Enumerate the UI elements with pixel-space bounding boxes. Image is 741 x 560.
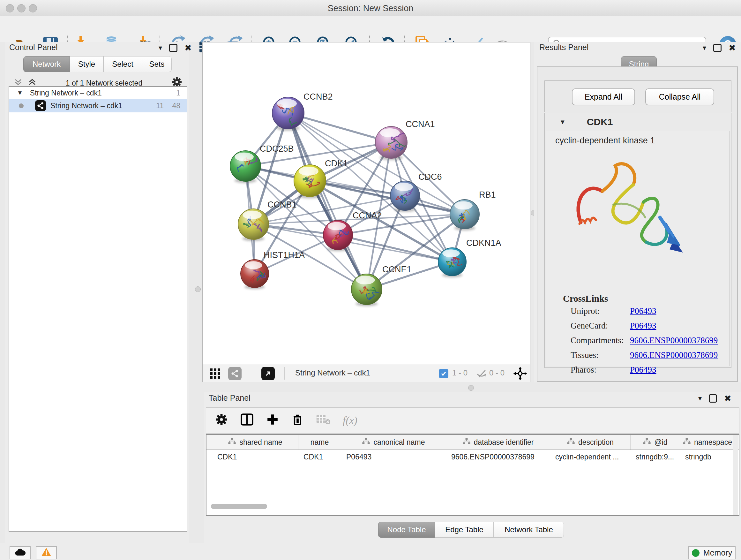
network-node-CCNA1[interactable]: CCNA1 (375, 119, 435, 160)
column-header-shared-name[interactable]: shared name (212, 435, 298, 449)
crosslink-link[interactable]: P06493 (630, 306, 657, 316)
selected-checkbox-icon[interactable] (439, 369, 448, 378)
horizontal-splitter-handle[interactable] (468, 385, 474, 391)
table-vertical-scrollbar[interactable] (733, 435, 738, 515)
protein-structure-image (565, 153, 687, 266)
table-options-gear-icon[interactable] (215, 413, 228, 428)
tab-network-table[interactable]: Network Table (494, 522, 564, 538)
cell-canonical-name[interactable]: P06493 (341, 450, 446, 463)
collection-count: 1 (176, 89, 180, 98)
network-edge-CCNB2-CCNE1[interactable] (288, 113, 367, 289)
tab-style[interactable]: Style (70, 56, 104, 72)
warning-status-button[interactable] (36, 546, 57, 559)
float-panel-icon[interactable] (713, 44, 722, 52)
crosslink-label: Uniprot: (570, 306, 600, 316)
float-panel-icon[interactable] (169, 44, 178, 52)
network-row-selected[interactable]: String Network – cdk1 11 48 (9, 99, 187, 112)
show-columns-icon[interactable] (240, 413, 254, 428)
title-bar: Session: New Session (0, 0, 741, 16)
column-header-name[interactable]: name (298, 435, 341, 449)
crosslink-label: GeneCard: (570, 321, 608, 331)
cell-name[interactable]: CDK1 (298, 450, 341, 463)
network-collection-row[interactable]: ▼ String Network – cdk1 1 (9, 87, 187, 99)
node-label: CDC6 (418, 172, 442, 182)
tab-sets[interactable]: Sets (142, 56, 172, 72)
cell-database-identifier[interactable]: 9606.ENSP00000378699 (446, 450, 550, 463)
network-node-RB1[interactable]: RB1 (450, 190, 496, 231)
cell-description[interactable]: cyclin-dependent ... (550, 450, 630, 463)
network-node-CDC6[interactable]: CDC6 (390, 172, 442, 212)
collapse-entry-icon[interactable]: ▼ (559, 118, 566, 126)
column-header-canonical-name[interactable]: canonical name (341, 435, 446, 449)
results-panel: Results Panel ▾ ✖ String Expand All Coll… (534, 42, 741, 382)
close-panel-icon[interactable]: ✖ (724, 393, 731, 403)
network-node-HIST1H1A[interactable]: HIST1H1A (241, 250, 305, 289)
close-panel-icon[interactable]: ✖ (185, 43, 192, 53)
tab-node-table[interactable]: Node Table (378, 522, 435, 538)
cloud-icon (14, 548, 26, 558)
node-gloss (395, 183, 413, 191)
node-gloss (380, 128, 400, 137)
cell--id[interactable]: stringdb:9... (630, 450, 680, 463)
network-edge-CCNB2-RB1[interactable] (288, 113, 465, 214)
close-panel-icon[interactable]: ✖ (729, 43, 736, 53)
collapse-panel-icon[interactable]: ▾ (703, 44, 706, 52)
cell-shared-name[interactable]: CDK1 (212, 450, 298, 463)
birdseye-view-icon[interactable] (261, 367, 275, 380)
node-count: 11 (156, 102, 164, 110)
tab-select[interactable]: Select (104, 56, 142, 72)
crosslink-link[interactable]: P06493 (630, 321, 657, 331)
tab-edge-table[interactable]: Edge Table (435, 522, 494, 538)
network-node-CDKN1A[interactable]: CDKN1A (438, 238, 501, 277)
control-panel-title: Control Panel (9, 43, 57, 52)
crosslink-link[interactable]: 9606.ENSP00000378699 (630, 335, 718, 346)
network-list: ▼ String Network – cdk1 1 String Network… (9, 86, 187, 532)
network-view-toolbar: String Network – cdk1 1 - 0 0 - 0 (203, 365, 530, 382)
delete-column-icon[interactable] (291, 413, 304, 428)
network-canvas[interactable]: CCNB2CCNA1CDC25BCDK1CDC6RB1CCNB1CCNA2CDK… (203, 43, 530, 365)
node-gloss (245, 261, 262, 269)
add-column-icon[interactable] (266, 413, 279, 428)
column-header-namespace[interactable]: namespace (680, 435, 735, 449)
table-row[interactable]: CDK1CDK1P064939606.ENSP00000378699cyclin… (206, 450, 739, 463)
node-gloss (234, 152, 254, 161)
cell-namespace[interactable]: stringdb (680, 450, 735, 463)
table-horizontal-scrollbar[interactable] (211, 504, 267, 509)
collapse-all-button[interactable]: Collapse All (645, 88, 714, 105)
network-node-CCNE1[interactable]: CCNE1 (351, 265, 412, 306)
node-gloss (455, 201, 473, 210)
network-node-CCNA2[interactable]: CCNA2 (323, 211, 382, 251)
column-header-description[interactable]: description (550, 435, 630, 449)
column-header--id[interactable]: @id (630, 435, 680, 449)
pan-crosshair-icon[interactable] (513, 366, 528, 381)
node-gloss (356, 276, 375, 285)
tree-expander-icon[interactable]: ▼ (17, 89, 23, 97)
network-node-CDK1[interactable]: CDK1 (294, 159, 348, 199)
node-gloss (328, 222, 346, 231)
crosslink-link[interactable]: 9606.ENSP00000378699 (630, 350, 718, 360)
float-panel-icon[interactable] (709, 394, 717, 402)
expand-all-button[interactable]: Expand All (572, 88, 635, 105)
status-bar: Memory (0, 543, 741, 560)
collapse-panel-icon[interactable]: ▾ (158, 44, 162, 52)
crosslink-link[interactable]: P06493 (630, 365, 657, 375)
left-splitter-handle[interactable] (195, 287, 201, 292)
column-header-database-identifier[interactable]: database identifier (446, 435, 550, 449)
collection-name: String Network – cdk1 (30, 89, 102, 98)
column-type-hierarchy-icon (683, 438, 691, 447)
share-view-icon[interactable] (228, 367, 242, 380)
node-result-card: ▼ CDK1 cyclin-dependent kinase 1 (544, 113, 731, 368)
table-header-row: shared namenamecanonical namedatabase id… (206, 435, 739, 450)
result-node-description: cyclin-dependent kinase 1 (555, 136, 655, 145)
node-label: CDC25B (260, 144, 294, 153)
node-label: CCNA2 (353, 211, 382, 220)
column-type-hierarchy-icon (567, 438, 575, 447)
collapse-panel-icon[interactable]: ▾ (698, 394, 702, 402)
tab-network[interactable]: Network (23, 56, 70, 72)
string-results-container: Expand All Collapse All ▼ CDK1 cyclin-de… (537, 66, 738, 382)
grid-view-icon[interactable] (210, 368, 220, 379)
cloud-status-button[interactable] (10, 546, 30, 559)
network-node-CCNB1[interactable]: CCNB1 (238, 200, 297, 241)
network-node-CCNB2[interactable]: CCNB2 (272, 92, 333, 131)
memory-button[interactable]: Memory (688, 546, 736, 559)
